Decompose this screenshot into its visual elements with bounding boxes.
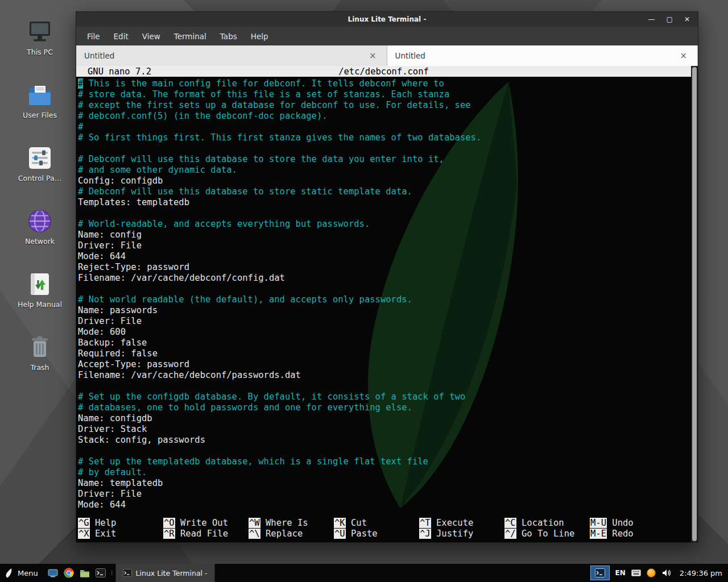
control-icon xyxy=(26,146,53,171)
nano-shortcut: ^X Exit xyxy=(78,529,163,539)
terminal-line: Driver: Stack xyxy=(78,424,698,435)
terminal-line: Mode: 644 xyxy=(78,500,698,510)
nano-filename: /etc/debconf.conf xyxy=(76,66,691,77)
file-manager-icon[interactable] xyxy=(77,564,93,582)
shortcut-key: ^O xyxy=(163,518,175,528)
desktop-icon-help[interactable]: Help Manual xyxy=(13,272,67,309)
tab-close-icon[interactable]: × xyxy=(677,51,689,61)
terminal-tab-1[interactable]: Untitled× xyxy=(76,45,387,66)
keyboard-icon[interactable] xyxy=(631,569,641,576)
terminal-line xyxy=(78,446,698,456)
nano-shortcut: ^/ Go To Line xyxy=(504,529,590,539)
network-icon xyxy=(26,209,53,234)
nano-shortcut: ^G Help xyxy=(78,518,163,529)
menu-edit[interactable]: Edit xyxy=(107,30,135,43)
shortcut-key: ^W xyxy=(249,518,260,528)
maximize-icon[interactable]: ▢ xyxy=(667,12,673,27)
desktop-icon-control[interactable]: Control Pa… xyxy=(13,146,67,182)
folder-icon xyxy=(26,82,53,107)
terminal-scrollbar[interactable] xyxy=(691,66,698,542)
desktop-icon-label: User Files xyxy=(23,111,57,119)
updates-notifier-icon[interactable] xyxy=(647,568,656,577)
terminal-line: # and some other dynamic data. xyxy=(78,165,698,176)
taskbar-task-terminal[interactable]: Linux Lite Terminal - xyxy=(115,564,215,582)
shortcut-label: Paste xyxy=(346,529,378,539)
volume-icon[interactable] xyxy=(661,568,672,577)
terminal-line: Templates: templatedb xyxy=(78,197,698,208)
desktop-icon-computer[interactable]: This PC xyxy=(13,19,67,56)
menu-view[interactable]: View xyxy=(136,30,167,43)
shortcut-label: Write Out xyxy=(175,518,228,528)
nano-shortcut-row-1: ^G Help^O Write Out^W Where Is^K Cut^T E… xyxy=(78,518,690,529)
terminal-line: Driver: File xyxy=(78,316,698,327)
menu-file[interactable]: File xyxy=(81,30,106,43)
terminal-line xyxy=(78,143,698,154)
start-menu-button[interactable]: Menu xyxy=(0,564,45,582)
shortcut-key: ^C xyxy=(504,518,516,528)
nano-shortcut: ^O Write Out xyxy=(163,518,249,529)
shortcut-key: ^\ xyxy=(249,529,260,539)
keyboard-layout-indicator[interactable]: EN xyxy=(615,569,626,577)
terminal-launcher-icon[interactable] xyxy=(93,564,109,582)
menu-help[interactable]: Help xyxy=(245,30,275,43)
shortcut-label: Replace xyxy=(260,529,303,539)
tray-terminal-indicator[interactable] xyxy=(590,566,610,580)
menu-tabs[interactable]: Tabs xyxy=(214,30,243,43)
nano-titlebar: GNU nano 7.2 /etc/debconf.conf xyxy=(76,66,691,77)
nano-buffer[interactable]: # This is the main config file for debco… xyxy=(76,78,698,510)
nano-shortcut: ^J Justify xyxy=(419,529,504,539)
help-icon xyxy=(26,272,53,297)
desktop-icon-trash[interactable]: Trash xyxy=(13,335,67,372)
nano-shortcut: ^R Read File xyxy=(163,529,249,539)
taskbar: Menu ⁞ Linux Lite Terminal - EN 2:49:36 xyxy=(0,564,728,582)
desktop-icon-folder[interactable]: User Files xyxy=(13,82,67,119)
nano-shortcut: ^C Location xyxy=(504,518,590,529)
shortcut-key: ^J xyxy=(419,529,431,539)
terminal-line: # store data. The format of this file is… xyxy=(78,89,698,100)
shortcut-label: Undo xyxy=(607,518,634,528)
terminal-line: Stack: config, passwords xyxy=(78,435,698,446)
terminal-line: Driver: File xyxy=(78,240,698,251)
nano-shortcut: ^W Where Is xyxy=(249,518,334,529)
shortcut-label: Location xyxy=(516,518,564,528)
desktop-icon-label: Trash xyxy=(30,363,49,372)
shortcut-key: ^G xyxy=(78,518,90,528)
shortcut-key: M-E xyxy=(590,529,607,539)
desktop-icon-column: This PCUser FilesControl Pa…NetworkHelp … xyxy=(13,19,67,372)
shortcut-key: ^/ xyxy=(504,529,516,539)
minimize-icon[interactable]: — xyxy=(648,12,655,27)
tab-close-icon[interactable]: × xyxy=(367,51,379,61)
terminal-line xyxy=(78,284,698,294)
close-icon[interactable]: ✕ xyxy=(684,12,690,27)
shortcut-label: Help xyxy=(90,518,117,528)
terminal-line: Config: configdb xyxy=(78,176,698,186)
computer-icon xyxy=(26,19,53,44)
scrollbar-thumb[interactable] xyxy=(692,67,697,541)
system-tray: EN 2:49:36 pm xyxy=(590,566,728,580)
task-label: Linux Lite Terminal - xyxy=(136,569,208,577)
menu-terminal[interactable]: Terminal xyxy=(168,30,213,43)
terminal-line: Filename: /var/cache/debconf/passwords.d… xyxy=(78,370,698,381)
terminal-line: # Set up the templatedb database, which … xyxy=(78,456,698,467)
window-title: Linux Lite Terminal - xyxy=(76,15,698,23)
trash-icon xyxy=(26,335,53,360)
terminal-content[interactable]: GNU nano 7.2 /etc/debconf.conf # This is… xyxy=(76,66,698,542)
shortcut-key: ^K xyxy=(334,518,346,528)
linux-lite-logo-icon xyxy=(5,568,14,578)
shortcut-label: Justify xyxy=(431,529,474,539)
desktop-icon-network[interactable]: Network xyxy=(13,209,67,246)
terminal-line: Name: configdb xyxy=(78,413,698,424)
window-titlebar[interactable]: Linux Lite Terminal - — ▢ ✕ xyxy=(76,12,698,27)
terminal-line: Mode: 600 xyxy=(78,327,698,338)
shortcut-label: Where Is xyxy=(260,518,308,528)
show-desktop-icon[interactable] xyxy=(45,564,61,582)
desktop-icon-label: This PC xyxy=(27,48,53,56)
shortcut-key: ^X xyxy=(78,529,90,539)
chrome-icon[interactable] xyxy=(61,564,77,582)
shortcut-label: Read File xyxy=(175,529,228,539)
terminal-line: Backup: false xyxy=(78,338,698,348)
shortcut-label: Exit xyxy=(90,529,117,539)
nano-shortcut: ^T Execute xyxy=(419,518,504,529)
shortcut-key: ^T xyxy=(419,518,431,528)
terminal-tab-2[interactable]: Untitled× xyxy=(387,45,698,66)
